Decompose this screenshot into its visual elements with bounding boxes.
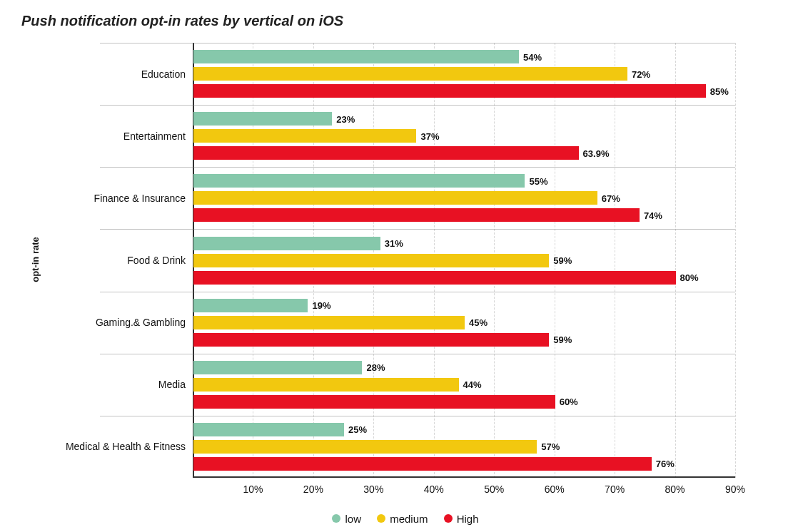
x-tick-label: 70% (605, 484, 625, 495)
x-tick-label: 20% (303, 484, 323, 495)
category-separator (100, 167, 735, 168)
category-separator (100, 229, 735, 230)
category-separator (100, 416, 735, 416)
bar-value-label: 59% (549, 334, 572, 345)
gridline (615, 43, 615, 478)
y-axis-label-wrap: opt-in rate (29, 0, 43, 532)
x-tick-label: 10% (243, 484, 263, 495)
bar-medium: 57% (193, 440, 537, 454)
bar-value-label: 67% (597, 193, 620, 203)
bar-high: 76% (193, 457, 652, 471)
bar-value-label: 60% (555, 397, 578, 407)
plot-area: 10%20%30%40%50%60%70%80%90%Education54%7… (193, 43, 735, 478)
bar-value-label: 19% (308, 300, 330, 311)
bar-value-label: 57% (537, 441, 560, 452)
bar-value-label: 74% (640, 210, 662, 220)
bar-low: 55% (193, 174, 525, 188)
bar-high: 74% (193, 208, 640, 222)
category-label: Medical & Health & Fitness (66, 441, 186, 452)
x-axis-line (193, 476, 735, 478)
bar-value-label: 54% (519, 51, 542, 62)
category-separator (100, 292, 735, 292)
x-tick-label: 30% (363, 484, 383, 495)
bar-high: 63.9% (193, 146, 579, 160)
bar-value-label: 37% (416, 131, 439, 141)
chart-frame: Push notification opt-in rates by vertic… (0, 0, 798, 532)
category-label: Education (141, 68, 186, 80)
legend-swatch-high (444, 514, 453, 523)
bar-low: 54% (193, 50, 519, 63)
category-label: Gaming.& Gambling (96, 317, 186, 328)
legend-label-high: High (457, 513, 479, 525)
legend-swatch-low (332, 514, 340, 523)
bar-low: 19% (193, 299, 308, 312)
bar-high: 80% (193, 271, 676, 285)
bar-value-label: 45% (465, 317, 488, 328)
category-separator (100, 105, 735, 106)
bar-low: 28% (193, 361, 362, 374)
bar-value-label: 63.9% (579, 148, 610, 158)
bar-value-label: 28% (362, 362, 385, 373)
gridline (735, 43, 736, 478)
category-label: Food & Drink (127, 255, 186, 266)
chart-title: Push notification opt-in rates by vertic… (21, 13, 343, 29)
bar-high: 85% (193, 84, 706, 98)
legend-label-medium: medium (390, 513, 428, 525)
bar-high: 60% (193, 395, 555, 409)
bar-value-label: 44% (459, 379, 482, 390)
bar-medium: 44% (193, 378, 459, 392)
gridline (675, 43, 676, 478)
category-separator (100, 43, 735, 44)
x-tick-label: 90% (725, 484, 745, 495)
category-label: Finance & Insurance (94, 193, 186, 204)
bar-medium: 59% (193, 254, 549, 267)
bar-value-label: 59% (549, 255, 572, 266)
bar-medium: 45% (193, 316, 465, 329)
bar-high: 59% (193, 333, 549, 347)
x-tick-label: 40% (424, 484, 444, 495)
bar-medium: 67% (193, 191, 597, 205)
category-label: Entertainment (123, 131, 186, 142)
category-label: Media (158, 379, 186, 390)
bar-value-label: 23% (332, 113, 355, 124)
bar-low: 25% (193, 423, 344, 436)
bar-value-label: 85% (706, 86, 729, 96)
category-separator (100, 354, 735, 354)
x-tick-label: 80% (665, 484, 685, 495)
bar-low: 23% (193, 112, 332, 126)
bar-value-label: 55% (525, 175, 547, 186)
bar-value-label: 31% (380, 238, 403, 249)
legend-label-low: low (345, 513, 361, 525)
bar-value-label: 76% (652, 459, 675, 469)
x-tick-label: 50% (484, 484, 504, 495)
bar-low: 31% (193, 237, 380, 250)
bar-medium: 37% (193, 129, 416, 143)
y-axis-label: opt-in rate (30, 237, 41, 282)
x-tick-label: 60% (545, 484, 565, 495)
legend: low medium High (0, 511, 798, 525)
bar-value-label: 80% (676, 272, 699, 283)
bar-value-label: 25% (344, 424, 367, 435)
bar-medium: 72% (193, 67, 627, 81)
bar-value-label: 72% (627, 68, 650, 79)
legend-swatch-medium (377, 514, 385, 523)
